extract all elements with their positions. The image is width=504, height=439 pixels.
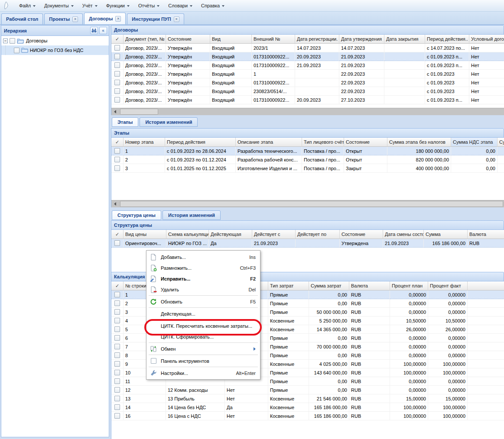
- tab-stages[interactable]: Этапы: [112, 117, 138, 127]
- document-tab[interactable]: Договоры×: [84, 13, 126, 24]
- column-header[interactable]: Дата регистрации.: [295, 35, 339, 44]
- row-checkbox[interactable]: [114, 45, 120, 51]
- column-header[interactable]: Вид цены: [124, 230, 166, 239]
- column-header[interactable]: Сумма НДС этапа: [451, 138, 497, 147]
- column-header[interactable]: Состояние: [166, 35, 210, 44]
- table-row[interactable]: 1313 ПрибыльНетКосвенные21 546 000,00RUB…: [111, 394, 504, 403]
- row-checkbox[interactable]: [114, 413, 120, 419]
- scroll-left-arrow[interactable]: [111, 200, 119, 207]
- tab-price-history[interactable]: История изменений: [163, 210, 221, 220]
- tree-checkbox[interactable]: [10, 38, 15, 44]
- document-tab[interactable]: Инструкции ПУП×: [127, 13, 184, 24]
- column-header[interactable]: Дата закрытия: [384, 35, 425, 44]
- column-header[interactable]: Состояние: [340, 230, 383, 239]
- column-header[interactable]: Валюта: [349, 281, 390, 291]
- close-icon[interactable]: ×: [115, 16, 121, 22]
- table-row[interactable]: 1212 Комм. расходыНетПрямые0,00RUB0,0000…: [111, 386, 504, 394]
- row-checkbox[interactable]: [114, 62, 120, 68]
- column-header[interactable]: Тип затрат: [268, 281, 309, 291]
- column-header[interactable]: ✓: [111, 138, 124, 147]
- context-menu-item[interactable]: ОбновитьF5: [147, 296, 259, 307]
- column-header[interactable]: Вид: [210, 35, 252, 44]
- row-checkbox[interactable]: [114, 396, 120, 401]
- context-menu-item[interactable]: Исправить...F2: [147, 273, 259, 284]
- table-row[interactable]: Ориентировоч...НИОКР по ГОЗ ...Да21.09.2…: [111, 239, 504, 248]
- row-checkbox[interactable]: [114, 387, 120, 393]
- column-header[interactable]: Валюта: [468, 230, 504, 239]
- column-header[interactable]: Схема калькуляци: [166, 230, 209, 239]
- tree-node-contracts[interactable]: Договоры: [1, 36, 109, 45]
- row-checkbox[interactable]: [114, 97, 120, 103]
- column-header[interactable]: Дата утверждения: [339, 35, 384, 44]
- contracts-hscrollbar[interactable]: [111, 108, 504, 115]
- column-header[interactable]: Сум: [497, 138, 504, 147]
- context-menu-item[interactable]: Размножить...Ctrl+F3: [147, 262, 259, 273]
- scroll-thumb[interactable]: [120, 109, 158, 115]
- table-row[interactable]: Договор, 2023/...УтверждёнВходящий017310…: [111, 61, 504, 70]
- column-header[interactable]: Процент факт: [428, 281, 468, 291]
- column-header[interactable]: Условный догов: [469, 35, 504, 44]
- row-checkbox[interactable]: [114, 361, 120, 367]
- search-binoculars-button[interactable]: [90, 27, 98, 34]
- table-row[interactable]: 2с 01.09.2023 по 01.12.2024Разработка ра…: [111, 155, 504, 164]
- column-header[interactable]: ✓: [111, 281, 124, 291]
- document-tab[interactable]: Проекты×: [44, 13, 83, 24]
- column-header[interactable]: [468, 281, 504, 291]
- column-header[interactable]: Сумма затрат: [309, 281, 349, 291]
- row-checkbox[interactable]: [114, 344, 120, 349]
- context-menu-item[interactable]: Добавить...Ins: [147, 252, 259, 262]
- table-row[interactable]: 1с 01.09.2023 по 28.06.2024Разработка те…: [111, 147, 504, 155]
- scroll-left-arrow[interactable]: [111, 108, 119, 115]
- column-header[interactable]: Дата смены состо: [383, 230, 424, 239]
- column-header[interactable]: Сумма этапа без налогов: [387, 138, 451, 147]
- close-icon[interactable]: ×: [174, 16, 179, 22]
- row-checkbox[interactable]: [114, 292, 120, 297]
- row-checkbox[interactable]: [114, 404, 120, 410]
- table-row[interactable]: 1616 Цена с НДСНетКосвенные165 186 000,0…: [111, 412, 504, 420]
- table-row[interactable]: Договор, 2023/...УтверждёнВходящий017310…: [111, 78, 504, 87]
- menubar-item[interactable]: Отчёты: [134, 1, 164, 10]
- tab-stages-history[interactable]: История изменений: [140, 117, 198, 127]
- row-checkbox[interactable]: [114, 352, 120, 358]
- row-checkbox[interactable]: [114, 148, 120, 154]
- column-header[interactable]: Период действия..: [425, 35, 469, 44]
- context-menu-item[interactable]: Действующая...: [147, 308, 259, 319]
- column-header[interactable]: Процент план: [390, 281, 428, 291]
- column-header[interactable]: ✓: [111, 230, 124, 239]
- row-checkbox[interactable]: [114, 326, 120, 332]
- tree-checkbox[interactable]: [14, 48, 20, 53]
- row-checkbox[interactable]: [114, 71, 120, 77]
- context-menu-item[interactable]: ЦИТК. Сформировать...: [147, 331, 259, 342]
- context-menu-item[interactable]: УдалитьDel: [147, 284, 259, 295]
- row-checkbox[interactable]: [114, 335, 120, 341]
- table-row[interactable]: Договор, 2023/...УтверждёнВходящий2023/1…: [111, 44, 504, 52]
- row-checkbox[interactable]: [114, 54, 120, 59]
- collapse-panel-button[interactable]: «: [99, 27, 107, 34]
- table-row[interactable]: Договор, 2023/...УтверждёнВходящий230823…: [111, 87, 504, 96]
- column-header[interactable]: Состояние: [344, 138, 387, 147]
- menubar-item[interactable]: Функции: [102, 1, 134, 10]
- stages-hscrollbar[interactable]: [111, 200, 504, 207]
- context-menu-item[interactable]: Панель инструментов: [147, 355, 259, 366]
- menubar-item[interactable]: Документы: [40, 1, 78, 10]
- column-header[interactable]: Период действия: [165, 138, 236, 147]
- table-row[interactable]: Договор, 2023/...УтверждёнВходящий017310…: [111, 52, 504, 61]
- column-header[interactable]: ✓: [111, 35, 124, 44]
- row-checkbox[interactable]: [114, 80, 120, 85]
- column-header[interactable]: Номер этапа: [124, 138, 165, 147]
- column-header[interactable]: Внешний №: [252, 35, 295, 44]
- row-checkbox[interactable]: [114, 309, 120, 315]
- tab-price-structure[interactable]: Структура цены: [112, 210, 161, 220]
- document-tab[interactable]: Рабочий стол: [1, 13, 43, 24]
- menubar-item[interactable]: Учёт: [78, 1, 102, 10]
- row-checkbox[interactable]: [114, 370, 120, 375]
- column-header[interactable]: Описание этапа: [236, 138, 302, 147]
- context-menu-item[interactable]: ЦИТК. Пересчитать косвенные затраты...: [147, 320, 259, 331]
- tree-expander-icon[interactable]: [3, 39, 8, 43]
- close-icon[interactable]: ×: [72, 16, 78, 22]
- table-row[interactable]: Договор, 2023/...УтверждёнВходящий017310…: [111, 96, 504, 104]
- table-row[interactable]: 3с 01.01.2025 по 01.12.2025Изготовление …: [111, 164, 504, 173]
- row-checkbox[interactable]: [114, 318, 120, 323]
- table-row[interactable]: 1414 Цена без НДСДаКосвенные165 186 000,…: [111, 403, 504, 412]
- column-header[interactable]: Тип лицевого счёт: [302, 138, 344, 147]
